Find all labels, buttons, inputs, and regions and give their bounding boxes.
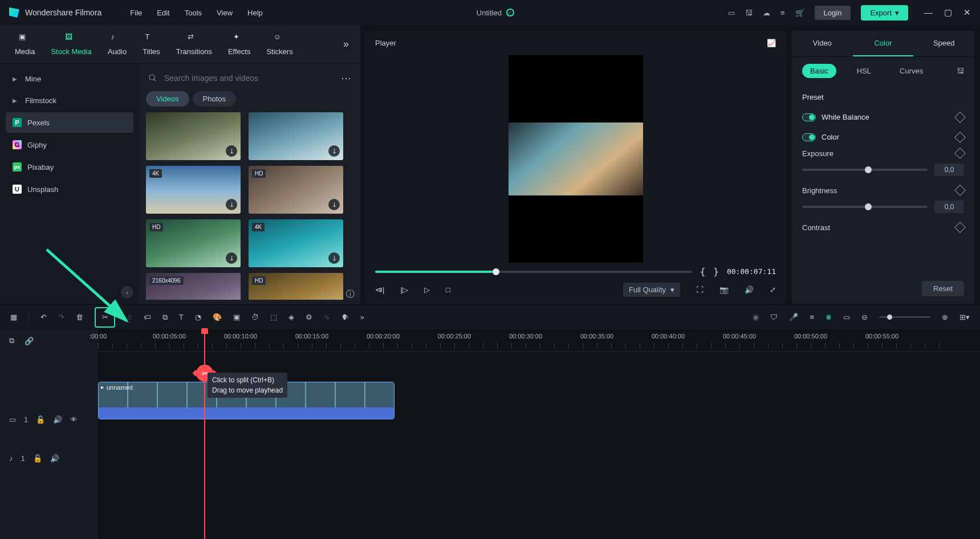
link-icon[interactable]: 🔗 xyxy=(25,337,34,345)
mic-icon[interactable]: 🎤 xyxy=(789,313,798,321)
keyframe-icon[interactable] xyxy=(954,112,966,123)
timeline-ruler[interactable]: :00:0000:00:05:0000:00:10:0000:00:15:000… xyxy=(98,329,980,352)
stock-thumbnail[interactable]: HD⤓ xyxy=(146,219,241,267)
stock-thumbnail[interactable]: 4K⤓ xyxy=(249,219,343,267)
auto-beat-icon[interactable]: ⧻ xyxy=(826,313,832,321)
login-button[interactable]: Login xyxy=(815,6,851,20)
exposure-slider[interactable] xyxy=(802,169,928,171)
color-toggle[interactable] xyxy=(802,133,816,141)
lock-icon[interactable]: 🔓 xyxy=(36,415,45,424)
audio-tool-icon[interactable]: ∿ xyxy=(324,313,330,321)
download-icon[interactable]: ⤓ xyxy=(328,199,340,210)
chroma-icon[interactable]: ◈ xyxy=(288,313,294,321)
render-icon[interactable]: ▭ xyxy=(843,313,850,321)
tab-effects[interactable]: ✦ Effects xyxy=(221,28,258,60)
marker-icon[interactable]: 🛡 xyxy=(770,313,778,321)
save-preset-icon[interactable]: 🖫 xyxy=(957,67,964,75)
playhead-handle[interactable] xyxy=(201,328,208,334)
stock-thumbnail[interactable]: HD⤓ xyxy=(249,273,343,300)
record-icon[interactable]: ◉ xyxy=(753,313,759,321)
mark-out-icon[interactable]: } xyxy=(713,266,719,277)
keyframe-icon[interactable] xyxy=(954,222,966,233)
slider-knob[interactable] xyxy=(865,166,872,173)
stock-thumbnail[interactable]: ⤓ xyxy=(249,112,343,160)
more-tools-icon[interactable]: » xyxy=(360,313,364,321)
eye-icon[interactable]: 👁 xyxy=(70,415,78,424)
filter-videos[interactable]: Videos xyxy=(146,91,189,107)
player-progress[interactable] xyxy=(375,271,692,273)
stop-icon[interactable]: □ xyxy=(446,285,450,294)
tab-media[interactable]: ▣ Media xyxy=(8,28,42,60)
tab-transitions[interactable]: ⇄ Transitions xyxy=(169,28,219,60)
white-balance-toggle[interactable] xyxy=(802,113,816,121)
color-icon[interactable]: 🎨 xyxy=(213,313,222,321)
close-icon[interactable]: ✕ xyxy=(963,7,971,18)
player-canvas[interactable] xyxy=(509,55,643,263)
zoom-knob[interactable] xyxy=(887,315,892,320)
stock-thumbnail[interactable]: 4K⤓ xyxy=(146,166,241,214)
mask-icon[interactable]: ▣ xyxy=(233,313,240,321)
voice-icon[interactable]: 🗣 xyxy=(341,313,349,321)
zoom-in-icon[interactable]: ⊕ xyxy=(942,313,948,321)
play-icon[interactable]: ▷ xyxy=(424,285,430,294)
layout-icon[interactable]: ▭ xyxy=(728,9,735,17)
sidebar-item-pixabay[interactable]: px Pixabay xyxy=(6,157,133,177)
tag-icon[interactable]: 🏷 xyxy=(144,313,151,321)
volume-icon[interactable]: 🔊 xyxy=(745,285,754,294)
menu-file[interactable]: File xyxy=(130,9,142,17)
tab-titles[interactable]: T Titles xyxy=(136,28,167,60)
expand-tabs-icon[interactable]: » xyxy=(340,38,352,50)
stock-thumbnail[interactable]: 2160x4096⤓ xyxy=(146,273,241,300)
ptab-speed[interactable]: Speed xyxy=(913,31,974,56)
lock-icon[interactable]: 🔓 xyxy=(33,454,42,463)
download-icon[interactable]: ⤓ xyxy=(226,145,237,157)
volume-icon[interactable]: 🔊 xyxy=(50,454,59,463)
menu-edit[interactable]: Edit xyxy=(157,9,169,17)
menu-help[interactable]: Help xyxy=(247,9,263,17)
info-icon[interactable]: ⓘ xyxy=(346,289,355,300)
step-back-icon[interactable]: |▷ xyxy=(400,285,408,294)
more-options-icon[interactable]: ⋯ xyxy=(341,72,351,84)
stock-thumbnail[interactable]: HD⤓ xyxy=(249,166,343,214)
timeline-canvas[interactable]: :00:0000:00:05:0000:00:10:0000:00:15:000… xyxy=(98,329,980,539)
menu-tools[interactable]: Tools xyxy=(185,9,202,17)
ptab-color[interactable]: Color xyxy=(853,31,914,56)
hamburger-icon[interactable]: ≡ xyxy=(780,9,785,17)
tab-stock-media[interactable]: 🖼 Stock Media xyxy=(44,28,99,60)
keyframe-icon[interactable] xyxy=(954,132,966,143)
sidebar-item-unsplash[interactable]: U Unsplash xyxy=(6,179,133,199)
subtab-basic[interactable]: Basic xyxy=(802,64,836,78)
progress-knob[interactable] xyxy=(493,268,499,275)
keyframe-icon[interactable] xyxy=(954,148,966,159)
brightness-value[interactable]: 0,0 xyxy=(934,201,964,213)
ratio-icon[interactable]: ⛶ xyxy=(696,285,704,294)
filter-photos[interactable]: Photos xyxy=(193,91,236,107)
zoom-slider[interactable] xyxy=(879,316,930,318)
tab-audio[interactable]: ♪ Audio xyxy=(101,28,133,60)
tab-stickers[interactable]: ☺ Stickers xyxy=(259,28,299,60)
stock-thumbnail[interactable]: ⤓ xyxy=(146,112,241,160)
export-button[interactable]: Export ▾ xyxy=(861,5,908,21)
reset-button[interactable]: Reset xyxy=(922,281,964,296)
speed-icon[interactable]: ◔ xyxy=(195,313,201,321)
grid-icon[interactable]: ▦ xyxy=(10,313,17,321)
sidebar-item-pexels[interactable]: P Pexels xyxy=(6,112,133,133)
sidebar-item-giphy[interactable]: G Giphy xyxy=(6,134,133,155)
crop-icon[interactable]: ⧉ xyxy=(162,313,168,322)
text-icon[interactable]: T xyxy=(179,313,184,321)
cloud-icon[interactable]: ☁ xyxy=(763,9,770,17)
ptab-video[interactable]: Video xyxy=(792,31,853,56)
adjust-icon[interactable]: ⚙ xyxy=(306,313,312,321)
color-row[interactable]: Color xyxy=(802,127,964,147)
keyframe-icon[interactable] xyxy=(954,185,966,196)
copy-track-icon[interactable]: ⧉ xyxy=(9,336,14,345)
maximize-icon[interactable]: ▢ xyxy=(944,7,952,18)
minimize-icon[interactable]: — xyxy=(924,7,933,18)
download-icon[interactable]: ⤓ xyxy=(226,199,237,210)
menu-view[interactable]: View xyxy=(217,9,233,17)
snapshot-icon[interactable]: 📷 xyxy=(719,285,729,294)
mixer-icon[interactable]: ≡ xyxy=(810,313,814,321)
volume-icon[interactable]: 🔊 xyxy=(53,415,62,424)
quality-dropdown[interactable]: Full Quality ▾ xyxy=(623,283,680,297)
mark-in-icon[interactable]: { xyxy=(700,266,706,277)
